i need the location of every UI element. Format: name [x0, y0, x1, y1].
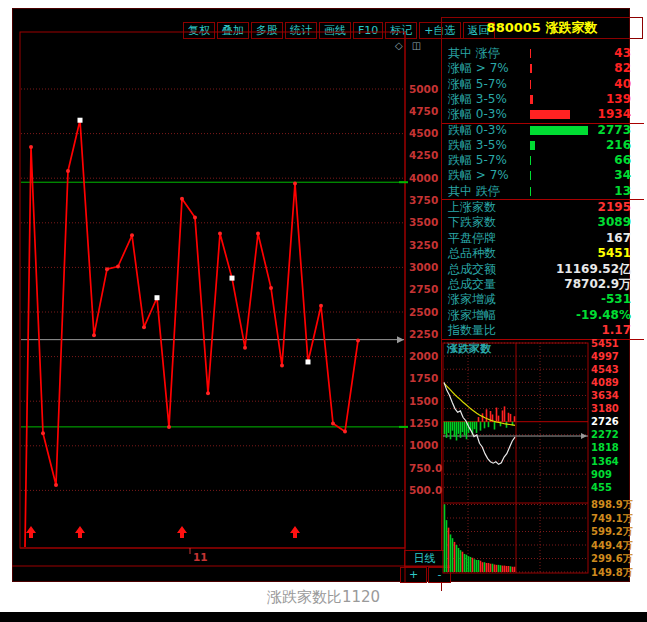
- summary-label: 涨家增减: [448, 292, 496, 307]
- distribution-value: 2773: [598, 123, 631, 138]
- summary-value: 167: [606, 231, 631, 246]
- distribution-label: 其中 跌停: [448, 184, 500, 199]
- distribution-value: 13: [614, 184, 631, 199]
- distribution-bar: [530, 95, 533, 104]
- distribution-label: 跌幅 3-5%: [448, 138, 507, 153]
- summary-label: 总品种数: [448, 246, 496, 261]
- summary-value: 11169.52亿: [556, 262, 631, 277]
- distribution-bar: [530, 110, 570, 119]
- distribution-bar: [530, 64, 532, 73]
- distribution-bar: [530, 171, 531, 180]
- summary-value: 78702.9万: [564, 277, 631, 292]
- distribution-bar: [530, 80, 531, 89]
- distribution-value: 82: [614, 61, 631, 76]
- distribution-label: 涨幅 3-5%: [448, 92, 507, 107]
- summary-value: 3089: [598, 215, 631, 230]
- summary-row: 下跌家数3089: [442, 215, 644, 230]
- distribution-bar: [530, 126, 588, 135]
- summary-label: 涨家增幅: [448, 308, 496, 323]
- distribution-bar: [530, 141, 535, 150]
- screenshot-page: 复权叠加多股统计画线F10标记+自选返回 ◇ ◫ 880005 涨跌家数 其中 …: [0, 0, 647, 622]
- distribution-row: 涨幅 > 7%82: [442, 61, 644, 76]
- summary-row: 指数量比1.17: [442, 323, 644, 338]
- distribution-value: 1934: [598, 107, 631, 122]
- summary-row: 总成交量78702.9万: [442, 277, 644, 292]
- distribution-row: 跌幅 3-5%216: [442, 138, 644, 153]
- summary-row: 上涨家数2195: [442, 200, 644, 215]
- distribution-value: 216: [606, 138, 631, 153]
- distribution-value: 43: [614, 46, 631, 61]
- distribution-value: 139: [606, 92, 631, 107]
- summary-label: 下跌家数: [448, 215, 496, 230]
- summary-row: 总品种数5451: [442, 246, 644, 261]
- right-stats-panel: 其中 涨停43涨幅 > 7%82涨幅 5-7%40涨幅 3-5%139涨幅 0-…: [441, 39, 643, 591]
- distribution-row: 其中 跌停13: [442, 184, 644, 199]
- distribution-label: 涨幅 0-3%: [448, 107, 507, 122]
- toolbar-button-1[interactable]: 复权: [183, 22, 215, 39]
- symbol-code: 880005: [487, 20, 541, 35]
- distribution-row: 涨幅 0-3%1934: [442, 107, 644, 122]
- distribution-label: 跌幅 5-7%: [448, 153, 507, 168]
- toolbar-button-7[interactable]: 标记: [385, 22, 417, 39]
- distribution-label: 涨幅 5-7%: [448, 77, 507, 92]
- distribution-row: 涨幅 3-5%139: [442, 92, 644, 107]
- summary-value: -19.48%: [576, 308, 631, 323]
- distribution-value: 66: [614, 153, 631, 168]
- distribution-label: 涨幅 > 7%: [448, 61, 509, 76]
- toolbar-button-5[interactable]: 画线: [319, 22, 351, 39]
- distribution-label: 其中 涨停: [448, 46, 500, 61]
- summary-value: 2195: [598, 200, 631, 215]
- distribution-label: 跌幅 > 7%: [448, 168, 509, 183]
- summary-label: 总成交额: [448, 262, 496, 277]
- distribution-row: 跌幅 5-7%66: [442, 153, 644, 168]
- period-selector[interactable]: 日线: [404, 550, 445, 567]
- zoom-out-button[interactable]: -: [428, 567, 451, 583]
- summary-label: 总成交量: [448, 277, 496, 292]
- panel-separator: [442, 339, 644, 340]
- summary-row: 涨家增减-531: [442, 292, 644, 307]
- distribution-row: 其中 涨停43: [442, 46, 644, 61]
- toolbar-button-2[interactable]: 叠加: [217, 22, 249, 39]
- distribution-bar: [530, 156, 531, 165]
- app-window: 复权叠加多股统计画线F10标记+自选返回 ◇ ◫ 880005 涨跌家数 其中 …: [12, 8, 630, 582]
- distribution-value: 34: [614, 168, 631, 183]
- summary-label: 平盘停牌: [448, 231, 496, 246]
- symbol-name: 涨跌家数: [545, 20, 597, 35]
- distribution-bar: [530, 187, 531, 196]
- toolbar-button-4[interactable]: 统计: [285, 22, 317, 39]
- summary-value: 1.17: [601, 323, 631, 338]
- toolbar-button-6[interactable]: F10: [353, 22, 383, 39]
- distribution-row: 跌幅 > 7%34: [442, 168, 644, 183]
- distribution-label: 跌幅 0-3%: [448, 123, 507, 138]
- summary-value: -531: [601, 292, 631, 307]
- chart-panel-icons[interactable]: ◇ ◫: [395, 40, 424, 51]
- distribution-bar: [530, 49, 531, 58]
- distribution-row: 跌幅 0-3%2773: [442, 123, 644, 138]
- summary-row: 涨家增幅-19.48%: [442, 308, 644, 323]
- zoom-in-button[interactable]: +: [400, 567, 427, 583]
- toolbar-button-3[interactable]: 多股: [251, 22, 283, 39]
- panel-separator: [442, 123, 644, 124]
- summary-value: 5451: [598, 246, 631, 261]
- distribution-row: 涨幅 5-7%40: [442, 77, 644, 92]
- mini-chart-title: 涨跌家数: [447, 341, 491, 356]
- summary-row: 总成交额11169.52亿: [442, 262, 644, 277]
- symbol-header: 880005 涨跌家数: [441, 17, 643, 39]
- distribution-value: 40: [614, 77, 631, 92]
- summary-row: 平盘停牌167: [442, 231, 644, 246]
- bottom-black-bar: [0, 612, 647, 622]
- summary-label: 指数量比: [448, 323, 496, 338]
- summary-label: 上涨家数: [448, 200, 496, 215]
- caption-text: 涨跌家数比1120: [0, 588, 647, 607]
